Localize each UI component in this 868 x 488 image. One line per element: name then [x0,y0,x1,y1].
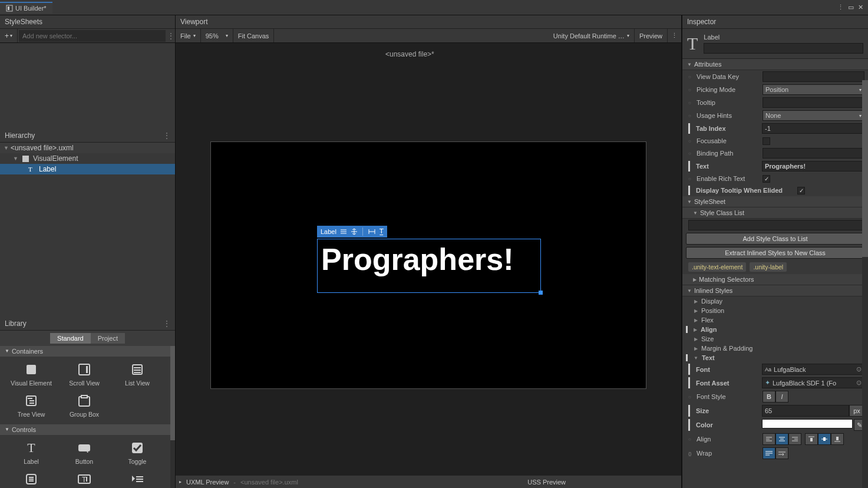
library-header: Library⋮ [0,317,175,331]
library-tab-project[interactable]: Project [91,333,125,344]
align-left-button[interactable] [763,433,775,445]
window-tab[interactable]: UI Builder* [0,2,52,14]
align-center-button[interactable] [775,433,788,445]
lib-item-visual-element[interactable]: Visual Element [5,359,58,391]
hierarchy-menu-icon[interactable]: ⋮ [163,131,170,140]
library-section-controls[interactable]: ▼Controls [0,424,175,435]
canvas-title-label: <unsaved file>* [385,50,434,58]
lib-item-text-field[interactable]: TText Field [58,469,111,488]
text-input[interactable] [762,161,864,172]
lib-item-scroller[interactable]: Scroller [5,469,58,488]
align-right-button[interactable] [788,433,801,445]
stylesheet-menu-icon[interactable]: ⋮ [167,32,175,40]
viewport-preview-button[interactable]: Preview [635,29,668,42]
svg-rect-50 [836,437,839,440]
inspector-type-label: Label [704,34,863,41]
uss-preview-label[interactable]: USS Preview [527,479,678,486]
svg-rect-48 [823,437,826,441]
viewport-theme-dropdown[interactable]: Unity Default Runtime …▾ [549,29,635,42]
inlined-flex[interactable]: ▶Flex [682,315,868,325]
style-chip-text-element[interactable]: .unity-text-element [688,262,746,272]
library-scrollbar[interactable] [170,346,175,489]
display-tooltip-checkbox[interactable]: ✓ [797,187,805,194]
text-icon: T [28,166,37,173]
align-bottom-button[interactable] [831,433,844,445]
font-size-input[interactable] [762,405,849,417]
lib-item-button[interactable]: Button [58,437,111,469]
lib-item-group-box[interactable]: Group Box [58,390,111,422]
wrap-normal-button[interactable] [763,447,775,459]
svg-rect-4 [79,364,90,375]
inlined-size[interactable]: ▶Size [682,334,868,344]
inlined-margin[interactable]: ▶Margin & Padding [682,344,868,353]
viewport-zoom-dropdown[interactable]: 95%▾ [201,29,233,42]
font-field[interactable]: AaLufgaBlack⊙ [762,364,864,375]
lib-item-toggle[interactable]: Toggle [111,437,164,469]
selection-tag[interactable]: Label T̲ [317,226,387,238]
viewport-fit-button[interactable]: Fit Canvas [233,29,275,42]
style-chip-label[interactable]: .unity-label [750,262,787,272]
inlined-styles-header[interactable]: ▼Inlined Styles [682,285,868,296]
binding-path-input[interactable] [763,148,864,159]
lib-item-foldout[interactable]: Foldout [111,469,164,488]
hierarchy-file-row[interactable]: ▼<unsaved file>.uxml [0,143,175,153]
bold-button[interactable]: B [763,391,775,403]
align-v-icon [351,228,358,235]
matching-selectors-header[interactable]: ▶Matching Selectors [682,274,868,285]
canvas-label-text: Prographers! [318,239,540,279]
inlined-position[interactable]: ▶Position [682,306,868,315]
extract-styles-button[interactable]: Extract Inlined Styles to New Class [686,247,864,259]
inlined-text-header[interactable]: ▼Text [682,353,868,362]
inlined-align[interactable]: ▶Align [682,325,868,334]
focusable-checkbox[interactable] [763,137,770,145]
stylesheet-header[interactable]: ▼StyleSheet [682,196,868,207]
usage-hints-dropdown[interactable]: None▾ [763,110,864,121]
align-top-button[interactable] [805,433,818,445]
inspector-scrollbar[interactable] [862,80,868,488]
attributes-header[interactable]: ▼Attributes [682,59,868,70]
align-h-icon [340,228,347,235]
lib-item-tree-view[interactable]: Tree View [5,390,58,422]
style-class-list-header[interactable]: ▼Style Class List [682,207,868,219]
uxml-preview-label[interactable]: UXML Preview [186,479,229,486]
hierarchy-label-row[interactable]: T Label [0,164,175,174]
window-buttons[interactable]: ⋮ ▭ ✕ [837,4,868,11]
library-tab-standard[interactable]: Standard [50,333,91,344]
canvas[interactable]: Label T̲ Prographers! [210,141,646,389]
wrap-nowrap-button[interactable] [775,447,788,459]
svg-rect-16 [78,444,90,451]
inlined-display[interactable]: ▶Display [682,296,868,306]
viewport-file-menu[interactable]: File▾ [176,29,201,42]
svg-rect-3 [27,365,36,374]
color-swatch[interactable] [762,419,853,428]
svg-rect-15 [81,395,87,398]
align-middle-button[interactable] [818,433,831,445]
tooltip-input[interactable] [763,97,864,108]
selector-input[interactable] [19,30,166,42]
container-icon [22,156,31,162]
lib-item-label[interactable]: TLabel [5,437,58,469]
library-section-containers[interactable]: ▼Containers [0,346,175,357]
add-style-class-button[interactable]: Add Style Class to List [686,233,864,245]
picking-mode-dropdown[interactable]: Position▾ [763,84,864,95]
lib-item-scroll-view[interactable]: Scroll View [58,359,111,391]
text-cursor-icon: T̲ [379,227,384,235]
svg-rect-2 [22,156,29,162]
tab-index-input[interactable] [762,123,864,134]
inspector-name-input[interactable] [704,43,863,54]
italic-button[interactable]: I [775,391,788,403]
selection-box[interactable]: Prographers! [317,239,541,293]
svg-rect-46 [810,438,813,441]
hierarchy-header: Hierarchy⋮ [0,129,175,143]
add-stylesheet-button[interactable]: +▾ [0,29,18,42]
lib-item-list-view[interactable]: List View [111,359,164,391]
view-data-key-input[interactable] [763,71,864,82]
library-menu-icon[interactable]: ⋮ [163,319,170,328]
hierarchy-visualelement-row[interactable]: ▼ VisualElement [0,153,175,164]
viewport-menu-icon[interactable]: ⋮ [668,32,681,39]
font-asset-field[interactable]: ✦LufgaBlack SDF 1 (Fo⊙ [762,377,864,388]
canvas-area[interactable]: <unsaved file>* Label T̲ Prographers! [176,43,681,475]
enable-rich-text-checkbox[interactable]: ✓ [763,175,770,183]
style-class-input[interactable] [688,220,864,230]
resize-handle[interactable] [539,291,543,295]
